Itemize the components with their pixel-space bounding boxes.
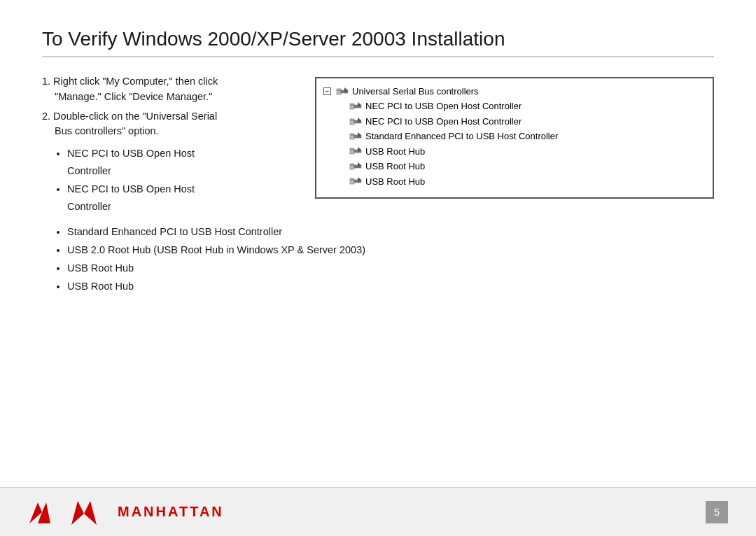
page-content: To Verify Windows 2000/XP/Server 20003 I… — [0, 0, 756, 323]
tree-root-row: − Universal Serial Bus controllers — [323, 84, 706, 99]
steps-section: 1. Right click "My Computer," then click… — [42, 74, 294, 216]
right-column: − Universal Serial Bus controllers — [315, 77, 714, 199]
svg-marker-33 — [71, 501, 84, 525]
step-1-number: 1. Right click "My Computer," then click… — [42, 76, 218, 102]
left-column: 1. Right click "My Computer," then click… — [42, 74, 294, 217]
svg-marker-34 — [84, 501, 97, 525]
logo-m-mark — [70, 498, 112, 526]
usb-icon-5 — [349, 176, 363, 187]
bullet-nec1: NEC PCI to USB Open HostController — [67, 145, 294, 179]
logo-text: MANHATTAN — [118, 504, 224, 520]
step-2-indent: Bus controllers" option. — [55, 125, 159, 136]
usb-icon-4 — [349, 161, 363, 172]
tree-collapse-icon: − — [323, 87, 331, 95]
step-1: 1. Right click "My Computer," then click… — [42, 74, 294, 105]
usb-icon-2 — [349, 131, 363, 142]
usb-icon-0 — [349, 101, 363, 112]
svg-rect-3 — [337, 90, 340, 91]
tree-item-label-5: USB Root Hub — [365, 174, 425, 189]
tree-root-label: Universal Serial Bus controllers — [352, 84, 479, 99]
extra-bullet-1: USB 2.0 Root Hub (USB Root Hub in Window… — [67, 241, 714, 259]
bottom-bar: MANHATTAN 5 — [0, 487, 756, 536]
tree-item-4: USB Root Hub — [323, 159, 706, 174]
inline-bullets: NEC PCI to USB Open HostController NEC P… — [67, 145, 294, 216]
bullet-nec2: NEC PCI to USB Open HostController — [67, 181, 294, 215]
svg-rect-19 — [351, 149, 354, 150]
extra-bullet-3: USB Root Hub — [67, 277, 714, 295]
usb-icon-1 — [349, 116, 363, 127]
tree-item-1: NEC PCI to USB Open Host Controller — [323, 114, 706, 129]
extra-bullet-0: Standard Enhanced PCI to USB Host Contro… — [67, 223, 714, 241]
logo-icon — [28, 498, 64, 526]
tree-item-0: NEC PCI to USB Open Host Controller — [323, 99, 706, 113]
extra-bullets-list: Standard Enhanced PCI to USB Host Contro… — [67, 223, 714, 295]
tree-item-5: USB Root Hub — [323, 174, 706, 189]
step-2-text: 2. Double-click on the "Universal Serial… — [42, 111, 217, 137]
step-2: 2. Double-click on the "Universal Serial… — [42, 109, 294, 140]
usb-root-icon — [335, 86, 349, 97]
tree-item-label-2: Standard Enhanced PCI to USB Host Contro… — [365, 129, 558, 143]
tree-item-label-0: NEC PCI to USB Open Host Controller — [365, 99, 522, 113]
page-number: 5 — [706, 501, 728, 523]
step-1-indent: "Manage." Click "Device Manager." — [55, 91, 212, 102]
tree-item-2: Standard Enhanced PCI to USB Host Contro… — [323, 129, 706, 143]
svg-rect-7 — [351, 104, 354, 106]
device-tree: − Universal Serial Bus controllers — [323, 84, 706, 189]
svg-rect-27 — [351, 179, 354, 181]
svg-rect-15 — [351, 134, 354, 136]
svg-rect-23 — [351, 164, 354, 166]
extra-bullet-2: USB Root Hub — [67, 259, 714, 277]
tree-item-3: USB Root Hub — [323, 144, 706, 159]
main-layout: 1. Right click "My Computer," then click… — [42, 74, 714, 217]
tree-item-label-4: USB Root Hub — [365, 159, 425, 174]
page-title: To Verify Windows 2000/XP/Server 20003 I… — [42, 28, 714, 57]
usb-icon-3 — [349, 146, 363, 157]
tree-item-label-1: NEC PCI to USB Open Host Controller — [365, 114, 522, 129]
manhattan-logo: MANHATTAN — [28, 498, 224, 526]
tree-item-label-3: USB Root Hub — [365, 144, 425, 159]
svg-rect-11 — [351, 120, 354, 121]
device-manager-panel: − Universal Serial Bus controllers — [315, 77, 714, 199]
